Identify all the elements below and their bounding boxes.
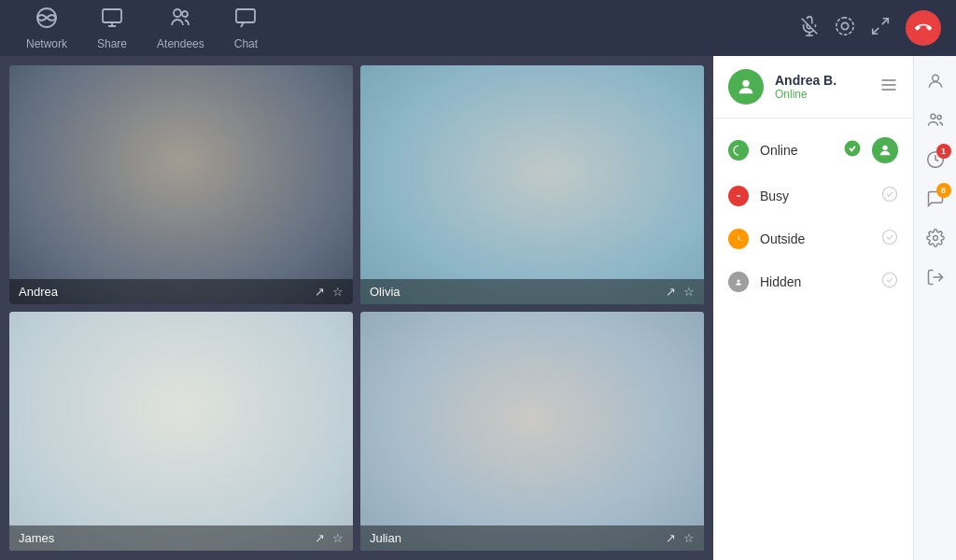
share-action-james[interactable]: ↗ — [315, 531, 325, 545]
nav-network[interactable]: Network — [15, 3, 78, 54]
video-tile-olivia: Olivia ↗ ☆ — [360, 65, 704, 304]
user-status-text: Online — [775, 88, 868, 101]
svg-point-29 — [933, 236, 937, 241]
gradient-julian — [360, 312, 704, 551]
svg-point-19 — [883, 188, 897, 202]
status-label-online: Online — [760, 143, 833, 158]
svg-point-8 — [841, 22, 848, 29]
status-label-busy: Busy — [760, 189, 870, 203]
attendees-icon — [169, 7, 191, 34]
status-check-outside — [881, 229, 898, 249]
sidebar-person-icon[interactable] — [918, 63, 953, 99]
participant-name-andrea: Andrea — [19, 285, 58, 299]
svg-point-2 — [174, 9, 181, 17]
status-item-online[interactable]: Online — [713, 126, 913, 175]
nav-chat-label: Chat — [234, 37, 258, 50]
svg-line-10 — [873, 27, 879, 33]
share-action-julian[interactable]: ↗ — [666, 531, 676, 545]
svg-line-9 — [882, 18, 888, 23]
video-label-olivia: Olivia ↗ ☆ — [360, 279, 704, 304]
end-call-button[interactable] — [906, 10, 941, 46]
user-header: Andrea B. Online — [713, 56, 913, 119]
camera-icon[interactable] — [835, 16, 855, 41]
video-actions-andrea: ↗ ☆ — [315, 285, 344, 299]
star-action-olivia[interactable]: ☆ — [683, 285, 695, 299]
status-dot-busy — [728, 186, 749, 206]
clock-badge: 1 — [936, 144, 951, 159]
sidebar-exit-icon[interactable] — [918, 259, 953, 295]
status-item-busy[interactable]: Busy — [713, 175, 913, 217]
svg-point-27 — [937, 116, 941, 119]
star-action-julian[interactable]: ☆ — [683, 531, 695, 545]
video-actions-james: ↗ ☆ — [315, 531, 344, 545]
video-actions-olivia: ↗ ☆ — [666, 285, 695, 299]
status-check-busy — [881, 186, 898, 206]
topbar: Network Share Atendees — [0, 0, 956, 56]
chat-icon — [234, 7, 257, 34]
svg-point-24 — [883, 273, 897, 287]
video-label-andrea: Andrea ↗ ☆ — [9, 279, 353, 304]
mic-off-icon[interactable] — [799, 16, 820, 41]
chat-badge: 8 — [936, 183, 951, 198]
nav-network-label: Network — [26, 37, 67, 50]
share-icon — [101, 7, 123, 34]
participant-name-james: James — [19, 531, 54, 545]
svg-point-25 — [932, 75, 938, 81]
participant-name-julian: Julian — [370, 531, 401, 545]
status-list: Online — [713, 119, 913, 560]
status-item-outside[interactable]: Outside — [713, 217, 913, 260]
status-avatar-online — [872, 137, 898, 163]
video-grid: Andrea ↗ ☆ Olivia ↗ ☆ James — [0, 56, 713, 560]
user-name: Andrea B. — [775, 73, 868, 88]
star-action-james[interactable]: ☆ — [332, 531, 344, 545]
svg-point-26 — [931, 114, 935, 119]
nav-share[interactable]: Share — [86, 3, 138, 54]
user-avatar — [728, 69, 764, 105]
status-dot-outside — [728, 229, 749, 249]
nav-attendees-label: Atendees — [157, 37, 204, 50]
gradient-james — [9, 312, 353, 551]
video-label-james: James ↗ ☆ — [9, 525, 353, 551]
fullscreen-icon[interactable] — [870, 16, 891, 41]
status-label-outside: Outside — [760, 231, 870, 246]
gradient-andrea — [9, 65, 353, 304]
sidebar-chat-icon[interactable]: 8 — [918, 181, 953, 217]
svg-rect-1 — [103, 9, 121, 22]
status-check-hidden — [881, 272, 898, 292]
sidebar-settings-icon[interactable] — [918, 220, 953, 256]
right-panel: Andrea B. Online — [713, 56, 956, 560]
video-tile-andrea: Andrea ↗ ☆ — [9, 65, 353, 304]
svg-rect-4 — [236, 9, 255, 22]
svg-point-11 — [742, 80, 749, 87]
sidebar-group-icon[interactable] — [918, 103, 953, 138]
status-item-hidden[interactable]: Hidden — [713, 260, 913, 303]
menu-icon[interactable] — [879, 76, 898, 99]
status-label-hidden: Hidden — [760, 274, 870, 289]
user-info: Andrea B. Online — [775, 73, 868, 101]
status-dot-online — [728, 140, 749, 161]
sidebar-clock-icon[interactable]: 1 — [918, 142, 953, 177]
share-action-andrea[interactable]: ↗ — [315, 285, 325, 299]
svg-point-21 — [883, 231, 897, 245]
video-tile-james: James ↗ ☆ — [9, 312, 353, 551]
main-content: Andrea ↗ ☆ Olivia ↗ ☆ James — [0, 56, 956, 560]
status-dot-hidden — [728, 272, 749, 292]
video-actions-julian: ↗ ☆ — [666, 531, 695, 545]
status-panel: Andrea B. Online — [713, 56, 913, 560]
svg-point-17 — [882, 146, 887, 150]
gradient-olivia — [360, 65, 704, 304]
share-action-olivia[interactable]: ↗ — [666, 285, 676, 299]
network-icon — [35, 7, 58, 34]
nav-attendees[interactable]: Atendees — [146, 3, 216, 54]
participant-name-olivia: Olivia — [370, 285, 401, 299]
right-sidebar: 1 8 — [913, 56, 956, 560]
topbar-right — [799, 10, 941, 46]
star-action-andrea[interactable]: ☆ — [332, 285, 344, 299]
status-check-online — [844, 140, 861, 161]
svg-point-23 — [738, 280, 740, 283]
nav-share-label: Share — [97, 37, 127, 50]
nav-chat[interactable]: Chat — [223, 3, 269, 54]
video-tile-julian: Julian ↗ ☆ — [360, 312, 704, 551]
video-label-julian: Julian ↗ ☆ — [360, 525, 704, 551]
svg-point-3 — [182, 11, 188, 17]
